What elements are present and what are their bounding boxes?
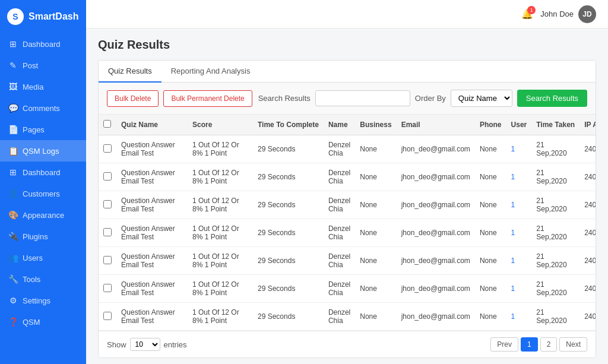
cell-1-8[interactable]: 1 xyxy=(506,163,532,191)
sidebar-item-tools[interactable]: 🔧Tools xyxy=(0,268,86,290)
sidebar-item-qsm[interactable]: ❓QSM xyxy=(0,311,86,333)
sidebar-item-dashboard[interactable]: ⊞Dashboard xyxy=(0,33,86,55)
cell-0-3: 29 Seconds xyxy=(253,135,324,163)
cell-4-8[interactable]: 1 xyxy=(506,247,532,275)
cell-1-7: None xyxy=(475,163,506,191)
row-checkbox-6[interactable] xyxy=(103,312,112,320)
cell-5-2: 1 Out Of 12 Or 8% 1 Point xyxy=(188,275,253,303)
cell-2-1: Question Answer Email Test xyxy=(116,191,188,219)
dashboard2-icon: ⊞ xyxy=(8,167,18,177)
row-checkbox-0[interactable] xyxy=(103,144,112,153)
select-all-checkbox[interactable] xyxy=(103,120,111,128)
bulk-permanent-delete-button[interactable]: Bulk Permanent Delete xyxy=(163,90,252,107)
cell-0-10: 2409:4055:709 xyxy=(580,135,596,163)
nav-items: ⊞Dashboard✎Post🖼Media💬Comments📄Pages📋QSM… xyxy=(0,33,86,333)
cell-0-9: 21 Sep,2020 xyxy=(531,135,580,163)
sidebar-item-customers[interactable]: 👤Customers xyxy=(0,183,86,204)
sidebar-item-pages[interactable]: 📄Pages xyxy=(0,119,86,140)
notification-bell[interactable]: 🔔 1 xyxy=(521,8,533,20)
next-page-button[interactable]: Next xyxy=(559,337,587,352)
row-checkbox-4[interactable] xyxy=(103,256,112,264)
col-header-6: Email xyxy=(397,115,475,135)
plugins-icon: 🔌 xyxy=(8,232,18,241)
sidebar-item-users[interactable]: 👥Users xyxy=(0,247,86,268)
cell-1-3: 29 Seconds xyxy=(253,163,324,191)
page-1-button[interactable]: 1 xyxy=(521,337,538,352)
sidebar-label-customers: Customers xyxy=(23,189,60,198)
sidebar-item-comments[interactable]: 💬Comments xyxy=(0,97,86,119)
cell-6-8[interactable]: 1 xyxy=(506,303,532,331)
cell-1-9: 21 Sep,2020 xyxy=(531,163,580,191)
bulk-delete-button[interactable]: Bulk Delete xyxy=(107,90,159,107)
tab-quiz-results[interactable]: Quiz Results xyxy=(99,61,162,83)
tab-reporting[interactable]: Reporting And Analysis xyxy=(162,61,260,83)
col-header-7: Phone xyxy=(475,115,506,135)
app-logo[interactable]: S SmartDash xyxy=(0,0,86,33)
cell-3-4: Denzel Chia xyxy=(324,219,355,247)
cell-1-5: None xyxy=(355,163,396,191)
row-checkbox-3[interactable] xyxy=(103,228,112,236)
row-checkbox-5[interactable] xyxy=(103,284,112,292)
cell-0-6: jhon_deo@gmail.com xyxy=(397,135,475,163)
col-header-1: Quiz Name xyxy=(116,115,188,135)
sidebar-item-settings[interactable]: ⚙Settings xyxy=(0,290,86,311)
search-results-label: Search Results xyxy=(258,94,311,103)
sidebar-item-media[interactable]: 🖼Media xyxy=(0,76,86,97)
user-link-4[interactable]: 1 xyxy=(511,257,515,265)
main-card: Quiz ResultsReporting And Analysis Bulk … xyxy=(98,60,596,358)
sidebar-item-qsm-logs[interactable]: 📋QSM Logs xyxy=(0,140,86,162)
tools-icon: 🔧 xyxy=(8,274,18,284)
sidebar-item-dashboard2[interactable]: ⊞Dashboard xyxy=(0,162,86,183)
cell-2-4: Denzel Chia xyxy=(324,191,355,219)
col-header-8: User xyxy=(506,115,532,135)
user-link-0[interactable]: 1 xyxy=(511,145,515,153)
row-checkbox-1[interactable] xyxy=(103,172,112,181)
cell-0-4: Denzel Chia xyxy=(324,135,355,163)
entries-select[interactable]: 102550100 xyxy=(130,338,160,351)
page-2-button[interactable]: 2 xyxy=(540,337,558,352)
cell-2-8[interactable]: 1 xyxy=(506,191,532,219)
qsm-icon: ❓ xyxy=(8,317,18,327)
table-row: Question Answer Email Test1 Out Of 12 Or… xyxy=(99,219,596,247)
cell-0-8[interactable]: 1 xyxy=(506,135,532,163)
cell-4-9: 21 Sep,2020 xyxy=(531,247,580,275)
table-body: Question Answer Email Test1 Out Of 12 Or… xyxy=(99,135,596,331)
user-link-2[interactable]: 1 xyxy=(511,201,515,209)
search-input[interactable] xyxy=(315,90,410,106)
cell-4-5: None xyxy=(355,247,396,275)
table-row: Question Answer Email Test1 Out Of 12 Or… xyxy=(99,247,596,275)
qsm-logs-icon: 📋 xyxy=(8,146,18,156)
cell-3-8[interactable]: 1 xyxy=(506,219,532,247)
cell-2-10: 2409:4055:709 xyxy=(580,191,596,219)
cell-4-0 xyxy=(99,247,116,275)
user-link-6[interactable]: 1 xyxy=(511,312,515,321)
users-icon: 👥 xyxy=(8,253,18,262)
page-title: Quiz Results xyxy=(98,38,596,52)
cell-3-1: Question Answer Email Test xyxy=(116,219,188,247)
tab-bar: Quiz ResultsReporting And Analysis xyxy=(99,61,596,83)
user-link-3[interactable]: 1 xyxy=(511,229,515,237)
user-link-1[interactable]: 1 xyxy=(511,173,515,181)
prev-page-button[interactable]: Prev xyxy=(490,337,518,352)
pagination: Prev12Next xyxy=(490,337,587,352)
cell-5-6: jhon_deo@gmail.com xyxy=(397,275,475,303)
cell-5-8[interactable]: 1 xyxy=(506,275,532,303)
cell-3-10: 2409:4055:709 xyxy=(580,219,596,247)
sidebar-label-media: Media xyxy=(23,83,43,91)
sidebar-label-post: Post xyxy=(23,61,38,70)
sidebar-item-post[interactable]: ✎Post xyxy=(0,55,86,76)
cell-4-1: Question Answer Email Test xyxy=(116,247,188,275)
row-checkbox-2[interactable] xyxy=(103,200,112,208)
order-by-select[interactable]: Quiz NameScoreDateName xyxy=(451,90,512,107)
table-row: Question Answer Email Test1 Out Of 12 Or… xyxy=(99,191,596,219)
sidebar-label-pages: Pages xyxy=(23,125,45,134)
cell-2-6: jhon_deo@gmail.com xyxy=(397,191,475,219)
notification-badge: 1 xyxy=(527,6,536,14)
app-name: SmartDash xyxy=(28,11,78,22)
sidebar-item-plugins[interactable]: 🔌Plugins xyxy=(0,226,86,247)
cell-1-10: 2409:4055:709 xyxy=(580,163,596,191)
user-link-5[interactable]: 1 xyxy=(511,284,515,293)
sidebar-label-qsm: QSM xyxy=(23,318,40,327)
search-button[interactable]: Search Results xyxy=(517,90,587,107)
sidebar-item-appearance[interactable]: 🎨Appearance xyxy=(0,204,86,226)
